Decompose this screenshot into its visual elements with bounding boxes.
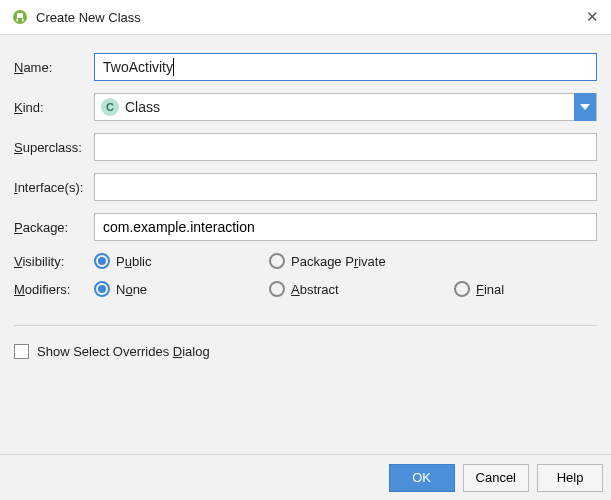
button-bar: OK Cancel Help bbox=[0, 454, 611, 500]
radio-icon bbox=[454, 281, 470, 297]
package-input[interactable] bbox=[94, 213, 597, 241]
radio-icon bbox=[94, 253, 110, 269]
svg-rect-1 bbox=[17, 13, 23, 18]
close-icon[interactable]: ✕ bbox=[586, 8, 599, 26]
ok-button[interactable]: OK bbox=[389, 464, 455, 492]
visibility-package-private[interactable]: Package Private bbox=[269, 253, 454, 269]
radio-icon bbox=[269, 253, 285, 269]
app-icon bbox=[12, 9, 28, 25]
kind-dropdown[interactable]: C Class bbox=[94, 93, 597, 121]
package-row: Package: bbox=[14, 213, 597, 241]
modifier-final[interactable]: Final bbox=[454, 281, 504, 297]
text-cursor bbox=[173, 58, 174, 76]
name-label: Name: bbox=[14, 60, 94, 75]
overrides-checkbox-row[interactable]: Show Select Overrides Dialog bbox=[0, 326, 611, 377]
dialog-title: Create New Class bbox=[36, 10, 586, 25]
help-button[interactable]: Help bbox=[537, 464, 603, 492]
cancel-button[interactable]: Cancel bbox=[463, 464, 529, 492]
svg-rect-3 bbox=[22, 19, 24, 22]
class-icon: C bbox=[101, 98, 119, 116]
svg-rect-2 bbox=[17, 19, 19, 22]
form-body: Name: TwoActivity Kind: C Class Supercla… bbox=[0, 35, 611, 297]
radio-icon bbox=[269, 281, 285, 297]
checkbox-icon bbox=[14, 344, 29, 359]
kind-row: Kind: C Class bbox=[14, 93, 597, 121]
modifier-none[interactable]: None bbox=[94, 281, 269, 297]
superclass-row: Superclass: bbox=[14, 133, 597, 161]
modifiers-row: Modifiers: None Abstract Final bbox=[14, 281, 597, 297]
interfaces-row: Interface(s): bbox=[14, 173, 597, 201]
kind-label: Kind: bbox=[14, 100, 94, 115]
modifiers-label: Modifiers: bbox=[14, 282, 94, 297]
visibility-label: Visibility: bbox=[14, 254, 94, 269]
chevron-down-icon[interactable] bbox=[574, 93, 596, 121]
overrides-label: Show Select Overrides Dialog bbox=[37, 344, 210, 359]
interfaces-label: Interface(s): bbox=[14, 180, 94, 195]
name-input[interactable]: TwoActivity bbox=[94, 53, 597, 81]
name-row: Name: TwoActivity bbox=[14, 53, 597, 81]
radio-icon bbox=[94, 281, 110, 297]
titlebar: Create New Class ✕ bbox=[0, 0, 611, 35]
visibility-public[interactable]: Public bbox=[94, 253, 269, 269]
superclass-input[interactable] bbox=[94, 133, 597, 161]
superclass-label: Superclass: bbox=[14, 140, 94, 155]
package-label: Package: bbox=[14, 220, 94, 235]
interfaces-input[interactable] bbox=[94, 173, 597, 201]
modifier-abstract[interactable]: Abstract bbox=[269, 281, 454, 297]
visibility-row: Visibility: Public Package Private bbox=[14, 253, 597, 269]
kind-value: Class bbox=[125, 99, 574, 115]
